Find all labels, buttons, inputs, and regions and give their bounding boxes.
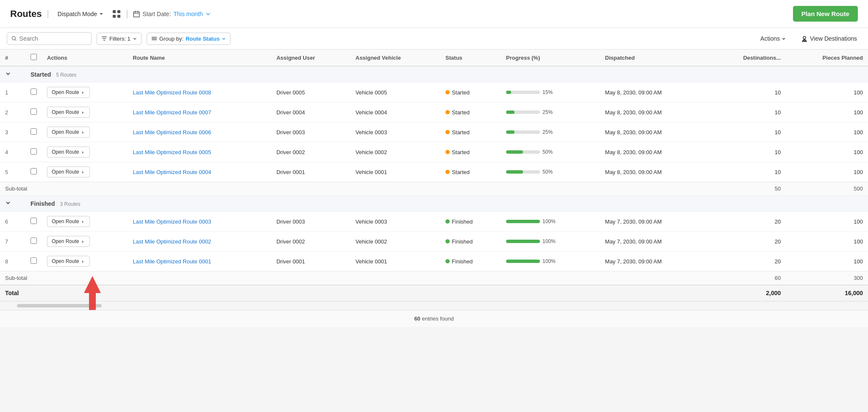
progress-bar [506, 130, 540, 134]
filter-button[interactable]: Filters: 1 [97, 33, 142, 45]
col-progress: Progress (%) [501, 50, 600, 66]
row-checkbox-cell[interactable] [25, 232, 42, 252]
table-header-row: # Actions Route Name Assigned User Assig… [0, 50, 868, 66]
open-route-button[interactable]: Open Route [47, 87, 90, 98]
status-label: Started [452, 129, 470, 135]
open-route-button[interactable]: Open Route [47, 166, 90, 177]
row-checkbox-cell[interactable] [25, 212, 42, 232]
select-all-checkbox[interactable] [31, 54, 37, 60]
col-actions: Actions [42, 50, 128, 66]
open-route-button[interactable]: Open Route [47, 127, 90, 138]
row-number: 5 [0, 162, 25, 182]
table-row: 7 Open Route Last Mile Optimized Route 0… [0, 232, 868, 252]
route-name-cell[interactable]: Last Mile Optimized Route 0002 [128, 232, 271, 252]
view-destinations-button[interactable]: View Destinations [797, 33, 861, 44]
row-action-cell[interactable]: Open Route [42, 232, 128, 252]
start-date-value[interactable]: This month [173, 11, 203, 17]
destinations-cell: 10 [708, 142, 786, 162]
group-expand-cell[interactable] [0, 196, 25, 212]
row-action-cell[interactable]: Open Route [42, 142, 128, 162]
subtotal-label: Sub-total [0, 182, 708, 196]
open-route-button[interactable]: Open Route [47, 236, 90, 247]
col-select-all[interactable] [25, 50, 42, 66]
route-name-cell[interactable]: Last Mile Optimized Route 0001 [128, 252, 271, 271]
route-name-cell[interactable]: Last Mile Optimized Route 0004 [128, 162, 271, 182]
row-checkbox-cell[interactable] [25, 162, 42, 182]
row-checkbox[interactable] [31, 108, 37, 115]
row-action-cell[interactable]: Open Route [42, 252, 128, 271]
row-action-cell[interactable]: Open Route [42, 102, 128, 122]
row-checkbox[interactable] [31, 257, 37, 264]
open-route-button[interactable]: Open Route [47, 256, 90, 267]
dispatch-mode-selector[interactable]: Dispatch Mode [54, 9, 107, 19]
row-checkbox-cell[interactable] [25, 142, 42, 162]
col-pieces: Pieces Planned [786, 50, 868, 66]
open-route-button[interactable]: Open Route [47, 147, 90, 158]
status-dot [445, 150, 450, 154]
progress-percent: 50% [542, 169, 556, 175]
destinations-cell: 10 [708, 83, 786, 102]
open-route-button[interactable]: Open Route [47, 107, 90, 118]
row-checkbox[interactable] [31, 88, 37, 95]
row-checkbox-cell[interactable] [25, 122, 42, 142]
grid-view-icon[interactable] [112, 10, 121, 18]
row-action-cell[interactable]: Open Route [42, 212, 128, 232]
assigned-user-cell: Driver 0001 [271, 252, 351, 271]
open-route-label: Open Route [52, 169, 79, 175]
status-cell: Started [440, 122, 501, 142]
status-cell: Started [440, 102, 501, 122]
row-checkbox-cell[interactable] [25, 252, 42, 271]
group-icon [151, 36, 157, 41]
route-name-cell[interactable]: Last Mile Optimized Route 0006 [128, 122, 271, 142]
destinations-cell: 20 [708, 212, 786, 232]
group-by-button[interactable]: Group by: Route Status [147, 33, 231, 45]
routes-table: # Actions Route Name Assigned User Assig… [0, 50, 868, 301]
row-checkbox[interactable] [31, 238, 37, 244]
route-name-cell[interactable]: Last Mile Optimized Route 0003 [128, 212, 271, 232]
search-box[interactable] [7, 32, 92, 45]
progress-percent: 25% [542, 129, 556, 135]
route-name-cell[interactable]: Last Mile Optimized Route 0008 [128, 83, 271, 102]
row-checkbox-cell[interactable] [25, 102, 42, 122]
total-label: Total [0, 285, 708, 301]
row-checkbox[interactable] [31, 148, 37, 155]
route-name-cell[interactable]: Last Mile Optimized Route 0005 [128, 142, 271, 162]
col-assigned-user: Assigned User [271, 50, 351, 66]
scrollbar-area[interactable] [0, 301, 868, 310]
status-cell: Started [440, 162, 501, 182]
open-route-button[interactable]: Open Route [47, 216, 90, 227]
row-checkbox-cell[interactable] [25, 83, 42, 102]
table-row: 8 Open Route Last Mile Optimized Route 0… [0, 252, 868, 271]
entries-found-text: 60 entries found [414, 315, 453, 322]
row-checkbox[interactable] [31, 218, 37, 224]
actions-dropdown-button[interactable]: Actions [756, 33, 790, 44]
open-route-label: Open Route [52, 129, 79, 135]
row-action-cell[interactable]: Open Route [42, 122, 128, 142]
row-checkbox[interactable] [31, 168, 37, 174]
row-action-cell[interactable]: Open Route [42, 83, 128, 102]
pieces-cell: 100 [786, 102, 868, 122]
progress-cell: 100% [501, 212, 600, 232]
plan-new-route-button[interactable]: Plan New Route [793, 6, 858, 22]
horizontal-scrollbar[interactable] [17, 304, 102, 307]
open-route-chevron-icon [81, 130, 85, 134]
route-name-cell[interactable]: Last Mile Optimized Route 0007 [128, 102, 271, 122]
subtotal-destinations: 50 [708, 182, 786, 196]
map-pin-icon [801, 35, 808, 42]
status-dot [445, 130, 450, 134]
header-left: Routes | Dispatch Mode | Start Date: Thi… [10, 8, 211, 19]
table-footer: 60 entries found [0, 310, 868, 327]
group-expand-cell[interactable] [0, 66, 25, 83]
status-cell: Finished [440, 212, 501, 232]
table-row: 2 Open Route Last Mile Optimized Route 0… [0, 102, 868, 122]
search-input[interactable] [19, 35, 87, 42]
dispatched-cell: May 7, 2030, 09:00 AM [600, 212, 709, 232]
progress-fill [506, 240, 540, 243]
start-date-chevron[interactable] [206, 11, 211, 17]
row-checkbox[interactable] [31, 128, 37, 135]
open-route-label: Open Route [52, 238, 79, 244]
table-row: 6 Open Route Last Mile Optimized Route 0… [0, 212, 868, 232]
row-action-cell[interactable]: Open Route [42, 162, 128, 182]
progress-fill [506, 111, 515, 114]
dispatched-cell: May 8, 2030, 09:00 AM [600, 122, 709, 142]
